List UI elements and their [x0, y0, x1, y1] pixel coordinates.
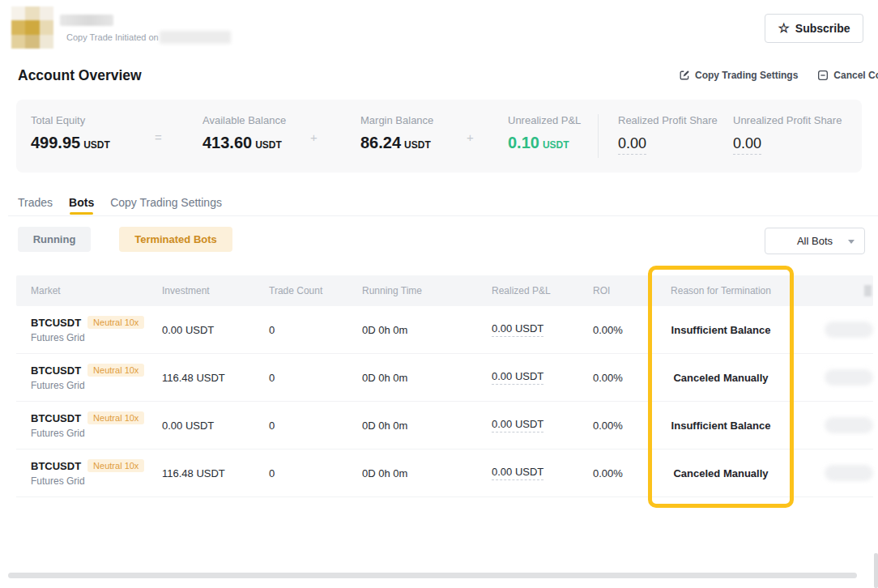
unrealized-pnl-value: 0.10USDT	[508, 134, 581, 152]
tab-bots[interactable]: Bots	[69, 196, 94, 209]
pair-symbol: BTCUSDT	[31, 460, 81, 472]
col-investment: Investment	[162, 285, 269, 296]
unrealized-profit-share-value: 0.00	[733, 135, 842, 155]
terminated-bots-label: Terminated Bots	[134, 233, 217, 245]
market-cell: BTCUSDT Neutral 10x Futures Grid	[31, 316, 162, 343]
cancel-copy-action[interactable]: Cancel Copy	[817, 70, 878, 81]
avatar-pixel	[25, 35, 39, 49]
tab-trades[interactable]: Trades	[18, 196, 53, 209]
stats-divider	[598, 114, 599, 158]
table-row: BTCUSDT Neutral 10x Futures Grid 0.00 US…	[16, 402, 873, 450]
termination-reason-cell: Insufficient Balance	[648, 420, 794, 432]
stat-available-balance: Available Balance 413.60USDT	[202, 114, 286, 152]
table-row: BTCUSDT Neutral 10x Futures Grid 116.48 …	[16, 354, 873, 402]
stat-total-equity: Total Equity 499.95USDT	[31, 114, 110, 152]
market-cell: BTCUSDT Neutral 10x Futures Grid	[31, 459, 162, 487]
avatar-pixel	[40, 6, 53, 20]
stat-unrealized-pnl: Unrealized P&L 0.10USDT	[508, 114, 581, 152]
horizontal-scrollbar[interactable]	[8, 573, 857, 578]
copy-trade-initiated-label: Copy Trade Initiated on	[66, 32, 159, 42]
copy-trading-settings-action[interactable]: Copy Trading Settings	[679, 70, 798, 81]
roi-cell: 0.00%	[593, 467, 648, 479]
realized-pnl-cell: 0.00 USDT	[492, 418, 593, 432]
plus-operator: +	[467, 130, 474, 144]
col-reason: Reason for Termination	[648, 285, 794, 296]
table-header: Market Investment Trade Count Running Ti…	[16, 275, 873, 306]
col-realized-pnl: Realized P&L	[492, 285, 593, 296]
avatar-pixel	[25, 20, 39, 34]
running-time-cell: 0D 0h 0m	[362, 372, 492, 384]
running-label: Running	[33, 233, 76, 245]
action-cell	[794, 465, 873, 481]
leverage-badge: Neutral 10x	[87, 459, 144, 472]
bot-type: Futures Grid	[31, 332, 162, 343]
terminated-bots-filter-button[interactable]: Terminated Bots	[119, 227, 232, 252]
caret-down-icon	[848, 240, 855, 244]
col-market: Market	[31, 285, 162, 296]
minus-square-icon	[817, 70, 829, 81]
bot-type: Futures Grid	[31, 475, 162, 487]
vertical-scrollbar[interactable]	[874, 553, 878, 588]
investment-cell: 116.48 USDT	[162, 372, 269, 384]
leverage-badge: Neutral 10x	[87, 411, 144, 424]
star-icon: ☆	[778, 22, 789, 35]
table-row: BTCUSDT Neutral 10x Futures Grid 116.48 …	[16, 450, 873, 497]
avatar-pixel	[40, 35, 53, 49]
running-time-cell: 0D 0h 0m	[362, 467, 492, 479]
tab-copy-trading-settings[interactable]: Copy Trading Settings	[110, 196, 222, 209]
market-cell: BTCUSDT Neutral 10x Futures Grid	[31, 364, 162, 391]
equals-operator: =	[155, 130, 162, 144]
available-balance-value: 413.60USDT	[202, 134, 286, 152]
subscribe-label: Subscribe	[795, 22, 850, 35]
bot-type: Futures Grid	[31, 428, 162, 439]
edit-square-icon	[679, 70, 690, 81]
all-bots-value: All Bots	[797, 235, 833, 247]
pair-symbol: BTCUSDT	[31, 317, 81, 329]
initiated-date-blurred	[160, 31, 231, 44]
trade-count-cell: 0	[269, 420, 362, 432]
trade-count-cell: 0	[269, 467, 362, 479]
row-action-blurred[interactable]	[825, 369, 873, 386]
trader-name-blurred	[60, 15, 113, 26]
row-action-blurred[interactable]	[825, 417, 873, 433]
page-title: Account Overview	[18, 67, 142, 84]
copy-trading-settings-label: Copy Trading Settings	[695, 70, 798, 81]
all-bots-dropdown[interactable]: All Bots	[765, 228, 865, 254]
copy-trading-detail-page: Copy Trade Initiated on ☆ Subscribe Acco…	[0, 0, 878, 588]
action-cell	[794, 369, 873, 386]
investment-cell: 0.00 USDT	[162, 324, 269, 336]
col-trade-count: Trade Count	[269, 285, 362, 296]
running-time-cell: 0D 0h 0m	[362, 324, 492, 336]
avatar-pixel	[40, 20, 53, 34]
bot-type: Futures Grid	[31, 380, 162, 391]
termination-reason-cell: Insufficient Balance	[648, 324, 794, 336]
avatar-pixel	[11, 20, 25, 34]
row-action-blurred[interactable]	[825, 322, 873, 338]
termination-reason-cell: Canceled Manually	[648, 372, 794, 384]
trader-avatar	[11, 6, 53, 49]
investment-cell: 0.00 USDT	[162, 420, 269, 432]
roi-cell: 0.00%	[593, 372, 648, 384]
avatar-pixel	[11, 6, 25, 20]
plus-operator: +	[310, 130, 318, 144]
running-time-cell: 0D 0h 0m	[362, 420, 492, 432]
action-cell	[794, 322, 873, 338]
roi-cell: 0.00%	[593, 420, 648, 432]
col-roi: ROI	[593, 285, 648, 296]
total-equity-value: 499.95USDT	[31, 134, 110, 152]
tabs-separator	[8, 215, 878, 216]
realized-pnl-cell: 0.00 USDT	[492, 466, 593, 480]
bots-table-body: BTCUSDT Neutral 10x Futures Grid 0.00 US…	[16, 306, 873, 497]
row-action-blurred[interactable]	[825, 465, 873, 481]
running-filter-button[interactable]: Running	[18, 227, 91, 252]
subscribe-button[interactable]: ☆ Subscribe	[765, 14, 863, 43]
action-cell	[794, 417, 873, 433]
cancel-copy-label: Cancel Copy	[833, 70, 878, 81]
pair-symbol: BTCUSDT	[31, 364, 81, 377]
termination-reason-cell: Canceled Manually	[648, 467, 794, 479]
table-row: BTCUSDT Neutral 10x Futures Grid 0.00 US…	[16, 306, 873, 354]
realized-pnl-cell: 0.00 USDT	[492, 370, 593, 385]
realized-profit-share-value: 0.00	[618, 135, 718, 155]
account-stats-bar: Total Equity 499.95USDT = Available Bala…	[16, 100, 862, 173]
trade-count-cell: 0	[269, 372, 362, 384]
